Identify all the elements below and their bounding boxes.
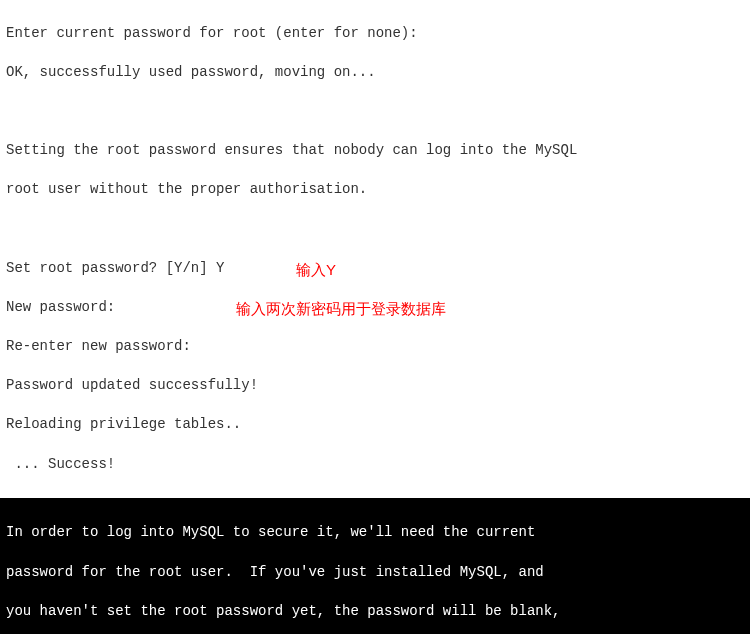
terminal-line: Reloading privilege tables.. (6, 415, 744, 435)
annotation-password-twice: 输入两次新密码用于登录数据库 (236, 298, 446, 319)
terminal-output-light: Enter current password for root (enter f… (0, 0, 750, 498)
terminal-line: root user without the proper authorisati… (6, 180, 744, 200)
terminal-line: Set root password? [Y/n] Y (6, 260, 224, 276)
terminal-line: Enter current password for root (enter f… (6, 24, 744, 44)
terminal-line: In order to log into MySQL to secure it,… (6, 523, 744, 543)
terminal-line: you haven't set the root password yet, t… (6, 602, 744, 622)
terminal-line: Setting the root password ensures that n… (6, 141, 744, 161)
terminal-line: New password: (6, 299, 115, 315)
terminal-line: ... Success! (6, 455, 744, 475)
terminal-output-dark: In order to log into MySQL to secure it,… (0, 498, 750, 634)
terminal-line: OK, successfully used password, moving o… (6, 63, 744, 83)
terminal-line (6, 102, 744, 122)
terminal-line: Password updated successfully! (6, 376, 744, 396)
terminal-line: password for the root user. If you've ju… (6, 563, 744, 583)
annotation-input-y: 输入Y (296, 259, 336, 280)
terminal-line: Re-enter new password: (6, 337, 744, 357)
terminal-line (6, 220, 744, 240)
